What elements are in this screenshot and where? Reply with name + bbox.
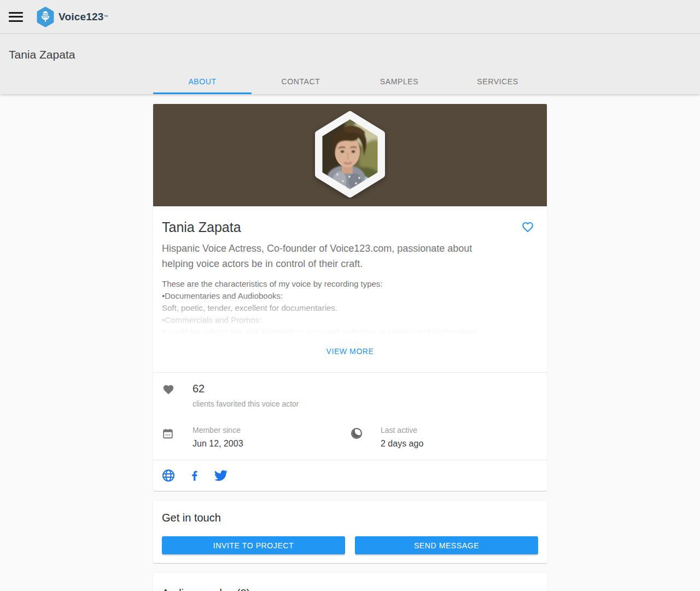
profile-card: Tania Zapata Hispanic Voice Actress, Co-… [153,104,547,491]
brand-name: Voice123 [59,11,104,23]
facebook-link[interactable] [188,469,201,482]
audio-samples-title: Audio samples (8) [162,587,538,591]
tab-services[interactable]: SERVICES [448,69,547,94]
member-since-value: Jun 12, 2003 [192,439,243,449]
stats-section: 62 clients favorited this voice actor [153,373,547,460]
profile-name: Tania Zapata [162,219,538,235]
bio-line: These are the characteristics of my voic… [162,278,538,290]
avatar[interactable] [311,110,389,201]
tab-samples[interactable]: SAMPLES [350,69,448,94]
tab-contact[interactable]: CONTACT [252,69,350,94]
tab-about[interactable]: ABOUT [153,69,252,94]
favorite-heart-button[interactable] [521,221,535,235]
calendar-icon [162,427,174,440]
profile-bio: These are the characteristics of my voic… [162,278,538,335]
last-active: Last active 2 days ago [350,426,538,449]
bio-line: •Documentaries and Audiobooks: [162,290,538,302]
favorites-caption: clients favorited this voice actor [192,399,299,408]
main-content: Tania Zapata Hispanic Voice Actress, Co-… [153,104,547,591]
profile-cover-photo [153,104,547,206]
meta-row: Member since Jun 12, 2003 [162,426,538,449]
last-active-label: Last active [381,426,423,434]
page-header: Tania Zapata ABOUT CONTACT SAMPLES SERVI… [0,34,700,94]
view-more-button[interactable]: VIEW MORE [319,343,380,360]
globe-icon [162,469,175,482]
website-link[interactable] [162,469,175,482]
favorites-stat: 62 clients favorited this voice actor [162,383,538,408]
last-active-value: 2 days ago [381,439,423,449]
audio-samples-card: Audio samples (8) [153,573,547,591]
heart-filled-icon [162,384,175,396]
profile-summary: Tania Zapata Hispanic Voice Actress, Co-… [153,206,547,372]
profile-headline: Hispanic Voice Actress, Co-founder of Vo… [162,241,504,271]
bio-line: It could be college like and energetic o… [162,326,538,335]
get-in-touch-card: Get in touch INVITE TO PROJECT SEND MESS… [153,501,547,563]
bio-line: Soft, poetic, tender, excellent for docu… [162,302,538,314]
top-app-bar: Voice123™ [0,0,700,34]
profile-tabs: ABOUT CONTACT SAMPLES SERVICES [153,69,547,94]
facebook-icon [188,469,201,482]
bio-line: •Commercials and Promos: [162,314,538,326]
voice123-hexagon-icon [36,7,55,27]
heart-outline-icon [521,221,535,234]
contact-buttons: INVITE TO PROJECT SEND MESSAGE [162,536,538,554]
voice123-logo[interactable]: Voice123™ [36,7,108,27]
menu-icon[interactable] [9,12,23,22]
last-active-clock-icon [350,427,363,440]
member-since: Member since Jun 12, 2003 [162,426,350,449]
brand-trademark: ™ [104,14,108,19]
social-links [153,460,547,491]
send-message-button[interactable]: SEND MESSAGE [355,536,538,554]
member-since-label: Member since [192,426,243,434]
invite-to-project-button[interactable]: INVITE TO PROJECT [162,536,345,554]
twitter-icon [214,469,228,482]
twitter-link[interactable] [214,469,228,482]
get-in-touch-title: Get in touch [162,512,538,524]
page-title: Tania Zapata [0,34,700,69]
favorites-count: 62 [192,383,299,395]
